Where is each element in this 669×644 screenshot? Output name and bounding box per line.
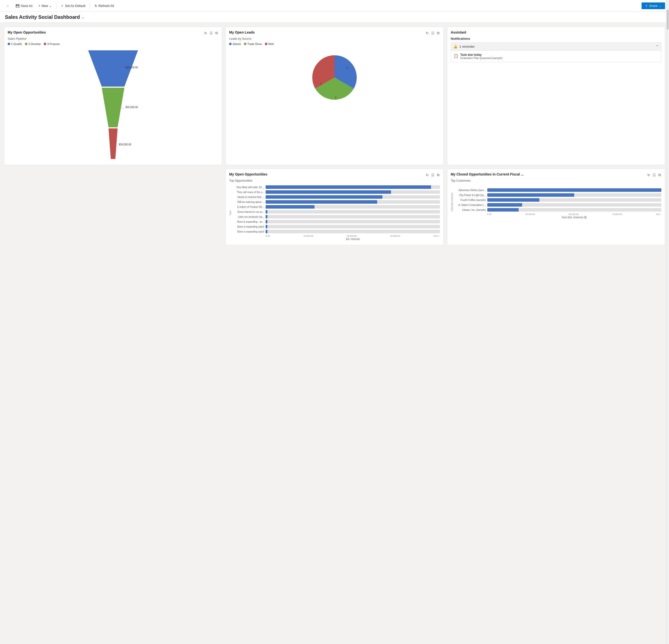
refresh-label: Refresh All: [99, 4, 114, 8]
expand-card-btn[interactable]: ⧉: [215, 30, 218, 35]
scrollbar-thumb[interactable]: [667, 10, 669, 30]
new-button[interactable]: + New ⌄: [36, 3, 55, 9]
scrollbar[interactable]: [666, 0, 669, 249]
task-icon: 📋: [454, 54, 458, 58]
bar-track-5: [266, 205, 440, 209]
bar-track-2: [266, 190, 440, 194]
reminder-header[interactable]: 🔔 1 reminder ⌃: [451, 42, 661, 51]
bar-fill-4: [266, 200, 377, 204]
refresh-top-opps-btn[interactable]: ↻: [425, 172, 429, 177]
share-button[interactable]: ⇧ Share ⌄: [642, 2, 665, 9]
closed-x-tick-5: 100...: [656, 213, 661, 215]
closed-bar-row-2: City Power & Light (sa...: [454, 193, 661, 197]
back-button[interactable]: ←: [4, 3, 12, 9]
view-top-opps-data-btn[interactable]: ☷: [431, 172, 435, 177]
reminder-task-desc: Evaluation Plan proposed (sample): [460, 57, 503, 59]
refresh-leads-btn[interactable]: ↻: [425, 30, 429, 35]
funnel-segment-propose: [109, 128, 117, 159]
bar-fill-3: [266, 195, 382, 199]
bar-label-8: Store is expanding - se...: [232, 220, 264, 223]
x-tick-3: 20,000.00: [347, 235, 357, 237]
top-opps-x-axis: 0.00 10,000.00 20,000.00 30,000.00 40,0.…: [232, 235, 440, 237]
bar-fill-9: [266, 225, 267, 228]
card-actions-open-leads: ↻ ☷ ⧉: [425, 30, 440, 35]
x-tick-5: 40,0...: [434, 235, 440, 237]
top-opps-y-axis: Topic: [229, 210, 231, 215]
bar-label-6: Some interest in our pr...: [232, 211, 264, 213]
open-leads-card: My Open Leads ↻ ☷ ⧉ Leads by Source (bla…: [225, 27, 443, 165]
legend-dot-tradeshow: [244, 43, 246, 45]
share-chevron-icon: ⌄: [659, 4, 661, 8]
bar-label-9: Store is expanding opty2: [232, 225, 264, 228]
title-chevron-icon[interactable]: ⌄: [82, 15, 84, 19]
bar-track-7: [266, 215, 440, 218]
closed-x-tick-1: 0.00: [487, 213, 492, 215]
bar-row-4: Will be ordering about ...: [232, 200, 440, 204]
closed-x-tick-4: 75,000.00: [612, 213, 622, 215]
open-opps-subtitle: Sales Pipeline: [8, 37, 218, 41]
funnel-label-1: $25,000.00: [125, 66, 138, 69]
card-actions-top-opps: ↻ ☷ ⧉: [425, 172, 440, 177]
bar-track-4: [266, 200, 440, 204]
dashboard: My Open Opportunities ↻ ☷ ⧉ Sales Pipeli…: [0, 23, 669, 249]
expand-leads-btn[interactable]: ⧉: [437, 30, 440, 35]
pie-label-tradeshow: 1: [320, 82, 322, 86]
closed-bar-row-3: Fourth Coffee (sample): [454, 198, 661, 202]
chevron-down-icon: ⌄: [49, 4, 52, 8]
bar-label-5: 6 orders of Product SK...: [232, 205, 264, 208]
legend-propose: 3-Propose: [44, 42, 60, 45]
refresh-button[interactable]: ↻ Refresh All: [92, 3, 116, 9]
card-header-closed-opps: My Closed Opportunities in Current Fisca…: [451, 172, 661, 177]
pie-label-blank: 1: [346, 66, 348, 70]
closed-bar-row-5: Litware, Inc. (sample): [454, 208, 661, 212]
x-tick-1: 0.00: [266, 235, 270, 237]
bar-label-3: Needs to restock their ...: [232, 196, 264, 199]
closed-bar-label-2: City Power & Light (sa...: [454, 194, 486, 197]
closed-bar-label-1: Adventure Works (sam...: [454, 189, 486, 191]
notifications-title: Notifications: [451, 37, 661, 41]
bar-fill-2: [266, 190, 391, 194]
card-header-top-opps: My Open Opportunities ↻ ☷ ⧉: [229, 172, 440, 177]
set-default-button[interactable]: ✓ Set As Default: [58, 3, 88, 9]
expand-top-opps-btn[interactable]: ⧉: [437, 172, 440, 177]
legend-label-tradeshow: Trade Show: [247, 42, 262, 45]
collapse-icon: ⌃: [656, 45, 659, 48]
bar-track-9: [266, 225, 440, 228]
page-title-bar: Sales Activity Social Dashboard ⌄: [0, 12, 669, 23]
view-leads-data-btn[interactable]: ☷: [431, 30, 435, 35]
closed-bar-fill-5: [487, 208, 519, 212]
share-icon: ⇧: [645, 4, 648, 8]
closed-opps-axis-label: Sum (Est. revenue) ($): [454, 216, 661, 219]
page-title: Sales Activity Social Dashboard: [5, 14, 80, 20]
view-closed-opps-data-btn[interactable]: ☷: [652, 172, 656, 177]
pie-label-web: 1: [335, 96, 337, 99]
closed-opportunities-card: My Closed Opportunities in Current Fisca…: [447, 169, 665, 245]
assistant-card: Assistant Notifications 🔔 1 reminder ⌃ 📋…: [447, 27, 665, 165]
toolbar: ← 💾 Save As + New ⌄ ✓ Set As Default ↻ R…: [0, 0, 669, 12]
reminder-body: 📋 Task due today Evaluation Plan propose…: [451, 51, 661, 62]
refresh-card-btn[interactable]: ↻: [204, 30, 208, 35]
bar-fill-10: [266, 230, 267, 233]
save-as-button[interactable]: 💾 Save As: [13, 3, 35, 9]
closed-x-tick-2: 25,000.00: [525, 213, 535, 215]
x-tick-2: 10,000.00: [304, 235, 314, 237]
refresh-closed-opps-btn[interactable]: ↻: [647, 172, 651, 177]
view-data-btn[interactable]: ☷: [209, 30, 213, 35]
expand-closed-opps-btn[interactable]: ⧉: [658, 172, 661, 177]
funnel-chart: $25,000.00 $55,000.00 $36,000.00: [8, 48, 218, 161]
open-leads-title: My Open Leads: [229, 30, 255, 34]
closed-bar-row-1: Adventure Works (sam...: [454, 188, 661, 192]
bar-row-1: Very likely will order 18 ...: [232, 185, 440, 189]
closed-bar-fill-1: [487, 188, 661, 192]
divider: [56, 3, 57, 9]
open-opps-title: My Open Opportunities: [8, 30, 46, 34]
reminder-content: Task due today Evaluation Plan proposed …: [460, 53, 503, 59]
bar-label-7: Likes our products (sa...: [232, 215, 264, 218]
pie-chart-container: 1 1 1: [229, 48, 440, 107]
bar-label-1: Very likely will order 18 ...: [232, 186, 264, 189]
refresh-icon: ↻: [95, 4, 97, 8]
card-header-open-opps: My Open Opportunities ↻ ☷ ⧉: [8, 30, 218, 35]
bar-row-6: Some interest in our pr...: [232, 210, 440, 214]
bar-fill-8: [266, 220, 267, 224]
top-opps-subtitle: Top Opportunities: [229, 179, 440, 182]
